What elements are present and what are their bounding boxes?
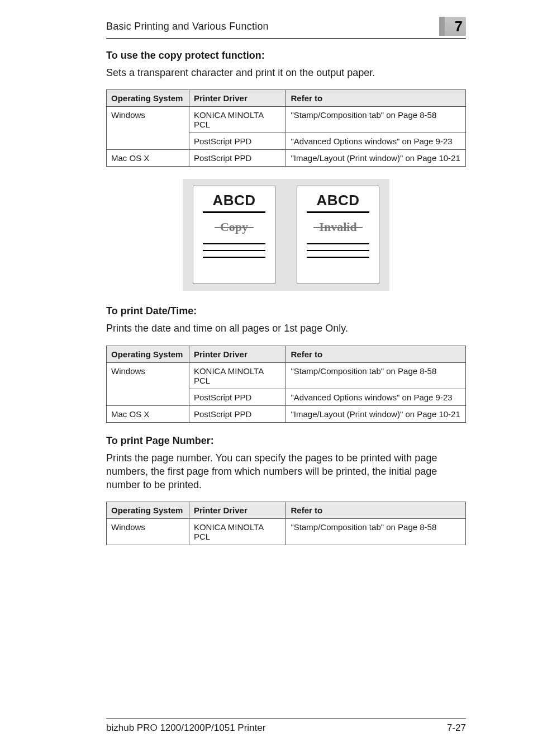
- th-ref: Refer to: [286, 90, 466, 107]
- cell-os: Mac OS X: [107, 150, 189, 167]
- illustration-wrap: ABCD Copy ABCD Invalid: [106, 179, 466, 291]
- cell-driver: KONICA MINOLTA PCL: [189, 107, 286, 133]
- heading-underline: [307, 211, 369, 213]
- chapter-number: 7: [455, 18, 463, 35]
- th-driver: Printer Driver: [189, 502, 286, 519]
- cell-ref: "Advanced Options windows" on Page 9-23: [286, 389, 466, 405]
- sample-title: ABCD: [212, 192, 255, 209]
- chapter-badge: 7: [439, 17, 466, 36]
- table-header-row: Operating System Printer Driver Refer to: [107, 502, 466, 519]
- table-row: Windows KONICA MINOLTA PCL "Stamp/Compos…: [107, 107, 466, 133]
- watermark-invalid: Invalid: [319, 220, 356, 234]
- section-title-date-time: To print Date/Time:: [106, 305, 466, 317]
- th-os: Operating System: [107, 502, 189, 519]
- section-body-copy-protect: Sets a transparent character and print i…: [106, 66, 466, 79]
- page-header: Basic Printing and Various Function 7: [106, 17, 466, 39]
- table-header-row: Operating System Printer Driver Refer to: [107, 346, 466, 362]
- section-title-page-number: To print Page Number:: [106, 435, 466, 447]
- table-row: Windows KONICA MINOLTA PCL "Stamp/Compos…: [107, 519, 466, 545]
- cell-ref: "Advanced Options windows" on Page 9-23: [286, 133, 466, 150]
- sample-paper-invalid: ABCD Invalid: [297, 186, 379, 284]
- cell-ref: "Image/Layout (Print window)" on Page 10…: [286, 150, 466, 167]
- cell-driver: PostScript PPD: [189, 389, 286, 405]
- strike-through-icon: [313, 227, 362, 228]
- section-title-copy-protect: To use the copy protect function:: [106, 50, 466, 62]
- body-line: [307, 250, 369, 251]
- cell-driver: PostScript PPD: [189, 405, 286, 422]
- cell-os: Windows: [107, 362, 189, 405]
- cell-ref: "Stamp/Composition tab" on Page 8-58: [286, 107, 466, 133]
- page-footer: bizhub PRO 1200/1200P/1051 Printer 7-27: [106, 719, 466, 734]
- watermark-copy: Copy: [220, 220, 248, 234]
- cell-ref: "Stamp/Composition tab" on Page 8-58: [286, 362, 466, 389]
- th-os: Operating System: [107, 90, 189, 107]
- strike-through-icon: [215, 227, 254, 228]
- body-line: [203, 243, 265, 244]
- body-line: [307, 243, 369, 244]
- cell-driver: KONICA MINOLTA PCL: [189, 362, 286, 389]
- body-line: [203, 250, 265, 251]
- heading-underline: [203, 211, 265, 213]
- footer-page-number: 7-27: [447, 722, 466, 734]
- cell-ref: "Stamp/Composition tab" on Page 8-58: [286, 519, 466, 545]
- th-os: Operating System: [107, 346, 189, 362]
- cell-os: Windows: [107, 519, 189, 545]
- table-row: Windows KONICA MINOLTA PCL "Stamp/Compos…: [107, 362, 466, 389]
- table-copy-protect: Operating System Printer Driver Refer to…: [106, 89, 466, 167]
- th-ref: Refer to: [286, 502, 466, 519]
- illustration: ABCD Copy ABCD Invalid: [183, 179, 389, 291]
- cell-os: Windows: [107, 107, 189, 150]
- cell-driver: PostScript PPD: [189, 133, 286, 150]
- th-driver: Printer Driver: [189, 346, 286, 362]
- table-page-number: Operating System Printer Driver Refer to…: [106, 502, 466, 545]
- th-ref: Refer to: [286, 346, 466, 362]
- cell-driver: PostScript PPD: [189, 150, 286, 167]
- section-body-date-time: Prints the date and time on all pages or…: [106, 322, 466, 335]
- sample-title: ABCD: [316, 192, 359, 209]
- body-line: [307, 257, 369, 258]
- cell-ref: "Image/Layout (Print window)" on Page 10…: [286, 405, 466, 422]
- running-head: Basic Printing and Various Function: [106, 21, 269, 32]
- page: Basic Printing and Various Function 7 To…: [0, 0, 533, 756]
- footer-product: bizhub PRO 1200/1200P/1051 Printer: [106, 722, 265, 734]
- table-header-row: Operating System Printer Driver Refer to: [107, 90, 466, 107]
- cell-os: Mac OS X: [107, 405, 189, 422]
- cell-driver: KONICA MINOLTA PCL: [189, 519, 286, 545]
- th-driver: Printer Driver: [189, 90, 286, 107]
- table-date-time: Operating System Printer Driver Refer to…: [106, 346, 466, 423]
- body-line: [203, 257, 265, 258]
- sample-paper-copy: ABCD Copy: [193, 186, 275, 284]
- table-row: Mac OS X PostScript PPD "Image/Layout (P…: [107, 150, 466, 167]
- section-body-page-number: Prints the page number. You can specify …: [106, 451, 466, 492]
- table-row: Mac OS X PostScript PPD "Image/Layout (P…: [107, 405, 466, 422]
